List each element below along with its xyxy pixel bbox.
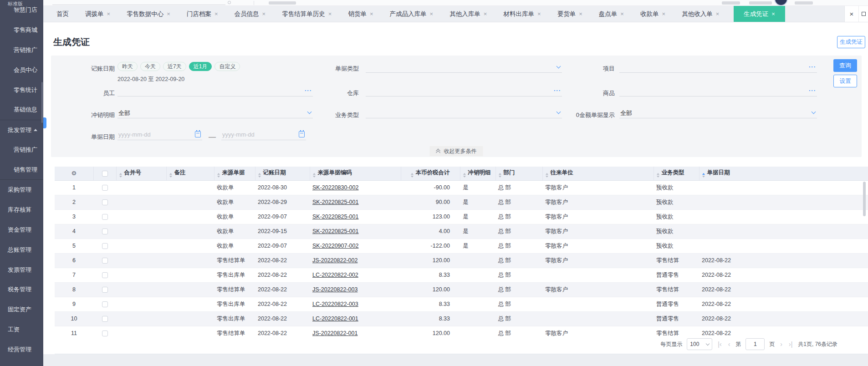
fullscreen-icon[interactable] (859, 12, 868, 16)
tab-其他入库单[interactable]: 其他入库单× (448, 6, 489, 22)
checkbox-icon[interactable] (102, 185, 108, 191)
checkbox-icon[interactable] (102, 243, 108, 249)
tab-门店档案[interactable]: 门店档案× (185, 6, 220, 22)
source-code-link[interactable]: LC-20220822-002 (312, 272, 358, 278)
collapse-filters-button[interactable]: 收起更多条件 (430, 146, 483, 156)
checkbox-icon[interactable] (102, 229, 108, 234)
sidebar-item-发票管理[interactable]: 发票管理 (0, 260, 43, 280)
cell-source-code[interactable]: SK-20220907-002 (310, 239, 401, 253)
sidebar-item-销售管理[interactable]: 销售管理 (0, 160, 43, 180)
ellipsis-icon[interactable]: ··· (809, 63, 816, 70)
checkbox-icon[interactable] (102, 199, 108, 205)
sort-icon[interactable] (258, 173, 261, 178)
row-checkbox[interactable] (93, 209, 116, 224)
sidebar-item-采购管理[interactable]: 采购管理 (0, 180, 43, 200)
tab-close-icon[interactable]: × (328, 10, 332, 17)
doc-date-start-input[interactable]: yyyy-mm-dd (117, 129, 202, 140)
sidebar-item-工资[interactable]: 工资 (0, 320, 43, 340)
checkbox-icon[interactable] (102, 316, 108, 322)
tab-close-icon[interactable]: × (167, 10, 170, 17)
column-header-备注[interactable]: 备注 (166, 167, 214, 180)
column-header-本币价税合计[interactable]: 本币价税合计 (401, 167, 460, 180)
calendar-icon[interactable] (195, 131, 201, 137)
date-pill-自定义[interactable]: 自定义 (214, 62, 240, 71)
writeoff-select[interactable]: 全部 (117, 107, 313, 118)
sort-icon[interactable] (702, 173, 705, 178)
column-header-业务类型[interactable]: 业务类型 (654, 167, 699, 180)
global-search-input[interactable] (52, 5, 225, 5)
search-icon[interactable] (228, 1, 231, 4)
last-page-icon[interactable]: ›| (788, 341, 793, 348)
sidebar-item-零售商城[interactable]: 零售商城 (0, 20, 43, 40)
cell-source-code[interactable]: JS-20220822-002 (310, 253, 401, 268)
row-checkbox[interactable] (93, 239, 116, 253)
column-header-来源单据编码[interactable]: 来源单据编码 (310, 167, 401, 180)
project-input[interactable]: ··· (619, 62, 817, 73)
sidebar-item-税务管理[interactable]: 税务管理 (0, 280, 43, 300)
checkbox-icon[interactable] (102, 272, 108, 278)
checkbox-icon[interactable] (102, 287, 108, 293)
checkbox-icon[interactable] (102, 330, 108, 336)
sidebar-item-总账管理[interactable]: 总账管理 (0, 240, 43, 260)
source-code-link[interactable]: SK-20220907-002 (312, 243, 358, 249)
row-checkbox[interactable] (93, 180, 116, 195)
tab-close-icon[interactable]: × (484, 10, 487, 17)
tab-材料出库单[interactable]: 材料出库单× (501, 6, 542, 22)
row-checkbox[interactable] (93, 297, 116, 311)
tab-调拨单[interactable]: 调拨单× (83, 6, 112, 22)
source-code-link[interactable]: LC-20220822-001 (312, 315, 358, 322)
first-page-icon[interactable]: |‹ (717, 341, 722, 348)
row-checkbox[interactable] (93, 268, 116, 282)
select-all-checkbox[interactable] (93, 167, 116, 180)
checkbox-icon[interactable] (102, 171, 108, 177)
topbar-menu-fragment[interactable] (269, 1, 296, 5)
sidebar-item-批发管理[interactable]: 批发管理 (0, 120, 43, 140)
row-checkbox[interactable] (93, 326, 116, 337)
sort-icon[interactable] (313, 173, 316, 178)
tab-盘点单[interactable]: 盘点单× (597, 6, 626, 22)
tab-零售结算单历史[interactable]: 零售结算单历史× (280, 6, 333, 22)
tab-close-icon[interactable]: × (771, 10, 775, 17)
sort-icon[interactable] (411, 173, 414, 178)
tab-close-icon[interactable]: × (370, 10, 373, 17)
tab-close-icon[interactable]: × (579, 10, 582, 17)
date-pill-近1月[interactable]: 近1月 (189, 62, 212, 71)
query-button[interactable]: 查询 (833, 59, 857, 72)
sidebar-item-经营管理[interactable]: 经营管理 (0, 340, 43, 360)
tab-close-icon[interactable]: × (716, 10, 720, 17)
tab-销货单[interactable]: 销货单× (346, 6, 375, 22)
doc-date-end-input[interactable]: yyyy-mm-dd (221, 129, 306, 140)
tab-生成凭证[interactable]: 生成凭证× (734, 6, 785, 22)
employee-input[interactable]: ··· (117, 86, 313, 97)
cell-source-code[interactable]: SK-20220830-002 (310, 180, 401, 195)
gear-icon[interactable]: ⚙ (71, 170, 77, 177)
avatar[interactable] (774, 0, 788, 6)
tab-close-icon[interactable]: × (107, 10, 111, 17)
sort-icon[interactable] (119, 173, 122, 178)
source-code-link[interactable]: SK-20220830-002 (312, 184, 358, 191)
next-page-icon[interactable]: › (779, 341, 783, 348)
sidebar-item-智慧门店[interactable]: 智慧门店 (0, 0, 43, 20)
sidebar-scrollbar[interactable] (41, 82, 43, 123)
date-pill-昨天[interactable]: 昨天 (117, 62, 138, 71)
source-code-link[interactable]: LC-20220822-003 (312, 301, 358, 307)
tab-close-icon[interactable]: × (430, 10, 434, 17)
source-code-link[interactable]: SK-20220825-001 (312, 199, 358, 205)
source-code-link[interactable]: JS-20220822-001 (312, 330, 357, 336)
sidebar-item-固定资产[interactable]: 固定资产 (0, 300, 43, 320)
tab-close-icon[interactable]: × (262, 10, 266, 17)
calendar-icon[interactable] (299, 131, 305, 137)
doc-type-select[interactable] (366, 62, 562, 73)
tab-close-icon[interactable]: × (662, 10, 665, 17)
prev-page-icon[interactable]: ‹ (727, 341, 731, 348)
tab-close-icon[interactable]: × (537, 10, 541, 17)
ellipsis-icon[interactable]: ··· (809, 87, 816, 94)
source-code-link[interactable]: JS-20220822-003 (312, 286, 357, 293)
warehouse-input[interactable]: ··· (366, 86, 562, 97)
sort-icon[interactable] (217, 173, 220, 178)
sidebar-item-会员中心[interactable]: 会员中心 (0, 60, 43, 80)
column-header-单据日期[interactable]: 单据日期 (699, 167, 868, 180)
sort-icon[interactable] (463, 173, 466, 178)
sort-icon[interactable] (169, 173, 172, 178)
sidebar-item-基础信息[interactable]: 基础信息 (0, 100, 43, 120)
